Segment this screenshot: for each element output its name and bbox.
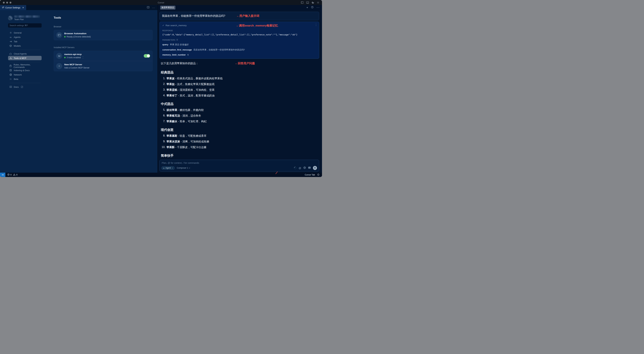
sidebar-item-beta[interactable]: Beta	[8, 77, 42, 81]
search-settings-input[interactable]: Search settings ⌘F	[8, 23, 42, 28]
bell-icon[interactable]	[317, 173, 319, 176]
dessert-section-heading: 现代创意	[160, 128, 319, 132]
composer-selector[interactable]: Composer 1	[177, 167, 190, 169]
statusbar: >< 0 0 Cursor Tab	[0, 173, 322, 177]
dessert-section-heading: 经典甜品	[160, 70, 319, 75]
chat-tab[interactable]: 推荐苹果甜品	[160, 6, 176, 10]
errors-count: 0	[10, 174, 12, 176]
chat-panel: 推荐苹果甜品 + ··· 我喜欢吃苹果，你能推荐一些使用苹果制作的甜品吗? ←用…	[158, 5, 322, 173]
dessert-item: 2.苹果挞 - 法式，焦糖化苹果片配酥脆挞底	[160, 83, 319, 86]
new-chat-icon[interactable]: +	[306, 6, 308, 9]
infinity-icon: ∞	[163, 167, 164, 169]
cube-icon[interactable]	[312, 1, 314, 4]
external-link-icon: ↗	[21, 86, 23, 88]
layout-panel-icon[interactable]	[306, 1, 309, 4]
sidebar-item-label: Docs	[14, 86, 19, 88]
tab-cursor-settings[interactable]: Cursor Settings ✕	[0, 5, 26, 10]
param-row: memory_limit_number6	[162, 54, 316, 56]
more-actions-icon[interactable]: ···	[152, 6, 155, 9]
remote-indicator[interactable]: ><	[0, 173, 5, 177]
mic-icon[interactable]	[313, 166, 317, 170]
server-avatar: M	[56, 53, 62, 59]
tab-label: Cursor Settings	[5, 6, 20, 9]
chat-input[interactable]: Plan, @ for context, / for commands ∞ Ag…	[160, 160, 319, 171]
globe-icon	[10, 74, 12, 76]
sidebar-item-docs[interactable]: Docs ↗	[8, 85, 42, 89]
settings-sidebar: Team Plan Search settings ⌘F General ∞ A…	[0, 10, 44, 173]
sidebar-item-indexing-docs[interactable]: Indexing & Docs	[8, 68, 42, 73]
browser-section-label: Browser	[54, 26, 152, 28]
tool-call-header[interactable]: ✓ Ran search_memory ←调用search_memory检索记忆…	[162, 24, 316, 27]
infinity-icon: ∞	[10, 36, 12, 39]
dessert-item: 6.苹果银耳汤 - 清润，适合秋冬	[160, 114, 319, 118]
server-status[interactable]: 3 tools enabled	[66, 56, 81, 59]
agent-mode-selector[interactable]: ∞ Agent	[161, 166, 175, 170]
warnings-icon	[13, 174, 16, 176]
sidebar-item-label: Tools & MCP	[14, 57, 26, 59]
new-mcp-server-row[interactable]: + New MCP Server Add a Custom MCP Server	[54, 61, 152, 71]
new-server-title: New MCP Server	[64, 63, 90, 66]
new-server-subtitle: Add a Custom MCP Server	[64, 67, 90, 69]
tool-call-title: Ran search_memory	[166, 24, 186, 27]
response-label: RESPONSE	[162, 30, 316, 32]
network-nodes-icon	[10, 57, 12, 59]
sidebar-item-cloud-agents[interactable]: Cloud Agents	[8, 52, 42, 56]
book-icon	[10, 86, 12, 88]
web-icon[interactable]	[304, 166, 306, 170]
sidebar-item-models[interactable]: Models	[8, 44, 42, 48]
conversation: 我喜欢吃苹果，你能推荐一些使用苹果制作的甜品吗? ←用户输入提示词 ✓ Ran …	[158, 10, 322, 173]
browser-automation-card[interactable]: Browser Automation Ready (Chrome detecte…	[54, 30, 152, 40]
cursor-settings-page: Team Plan Search settings ⌘F General ∞ A…	[0, 10, 158, 173]
status-dot	[64, 57, 66, 58]
avatar	[8, 16, 12, 20]
app-window: Cursor Cursor Settings ✕ ···	[0, 0, 322, 177]
tools-panel: Tools Browser Browser Automation Ready (…	[44, 10, 152, 173]
sidebar-item-agents[interactable]: ∞ Agents	[8, 35, 42, 39]
sidebar-item-label: Models	[14, 45, 21, 47]
tool-title: Browser Automation	[64, 32, 91, 35]
gear-icon[interactable]	[317, 1, 319, 4]
account-plan: Team Plan	[14, 18, 40, 21]
tab-arrow-icon	[10, 41, 12, 43]
assistant-intro: 以下是几款用苹果制作的甜品： ←回答用户问题	[160, 62, 319, 65]
user-message: 我喜欢吃苹果，你能推荐一些使用苹果制作的甜品吗? ←用户输入提示词	[160, 12, 319, 20]
titlebar: Cursor	[0, 0, 322, 5]
sidebar-item-general[interactable]: General	[8, 31, 42, 35]
param-row: conversation_first_message我喜欢吃苹果，你能推荐一些使…	[162, 48, 316, 51]
clipboard-icon	[10, 65, 12, 67]
unfold-icon[interactable]: ⌃⌄	[82, 57, 84, 58]
divider	[10, 62, 40, 62]
plus-icon: +	[56, 63, 62, 69]
sidebar-item-label: Indexing & Docs	[14, 69, 30, 72]
mcp-server-row[interactable]: M memos-api-mcp 3 tools enabled⌃⌄	[54, 51, 152, 61]
unfold-icon[interactable]: ⌃⌄	[315, 24, 317, 26]
account-info[interactable]: Team Plan	[8, 16, 44, 21]
sidebar-item-label: Agents	[14, 36, 20, 39]
tool-call-search-memory: ✓ Ran search_memory ←调用search_memory检索记忆…	[160, 22, 319, 59]
sidebar-item-label: Beta	[14, 78, 18, 80]
layout-sidebar-icon[interactable]	[301, 1, 304, 4]
close-tab-icon[interactable]: ✕	[22, 6, 24, 9]
sidebar-item-tools-mcp[interactable]: Tools & MCP	[8, 56, 42, 60]
status-dot	[64, 36, 66, 38]
more-icon[interactable]: ···	[316, 6, 320, 9]
image-icon[interactable]	[308, 166, 311, 169]
sidebar-item-network[interactable]: Network	[8, 73, 42, 77]
sidebar-item-tab[interactable]: Tab	[8, 39, 42, 44]
editor-tabstrip: Cursor Settings ✕ ···	[0, 5, 158, 10]
chat-header: 推荐苹果甜品 + ···	[158, 5, 322, 10]
param-row: query苹果 甜品 饮食偏好	[162, 43, 316, 46]
dessert-item: 1.苹果派 - 经典美式甜品，酥脆外皮配肉桂苹果馅	[160, 77, 319, 80]
dessert-item: 8.苹果慕斯 - 轻盈，可配焦糖或香草	[160, 134, 319, 138]
mention-icon[interactable]: @	[299, 167, 301, 169]
history-icon[interactable]	[311, 6, 314, 9]
server-enabled-toggle[interactable]	[144, 54, 150, 58]
annotation-search-memory: ←调用search_memory检索记忆	[236, 24, 278, 28]
sidebar-item-label: Tab	[14, 40, 17, 43]
problems-indicator[interactable]: 0 0	[8, 173, 18, 176]
annotation-answer: ←回答用户问题	[235, 61, 255, 65]
split-editor-icon[interactable]	[147, 6, 150, 9]
sidebar-item-rules-memories-commands[interactable]: Rules, Memories, Commands	[8, 64, 42, 68]
response-json: {"code":0,"data":{"memory_detail_list":[…	[162, 33, 316, 36]
cursor-tab-status[interactable]: Cursor Tab	[305, 174, 315, 176]
